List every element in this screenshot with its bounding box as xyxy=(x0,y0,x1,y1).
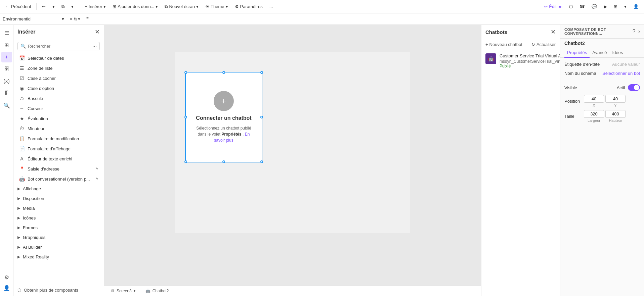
canvas-area[interactable]: + Connecter un chatbot Sélectionnez un c… xyxy=(104,25,481,296)
refresh-chatbots-button[interactable]: ↻ Actualiser xyxy=(531,42,556,47)
preview-badge: ⚑ xyxy=(95,167,98,171)
group-graphiques[interactable]: ▶ Graphiques xyxy=(13,233,104,242)
theme-button[interactable]: ☀ Theme ▾ xyxy=(203,3,230,10)
group-affichage[interactable]: ▶ Affichage xyxy=(13,184,104,194)
list-item[interactable]: 📍 Saisie d'adresse ⚑ xyxy=(13,164,104,174)
handle-middle-left[interactable] xyxy=(184,116,187,118)
back-icon: ← xyxy=(5,4,10,9)
play-button[interactable]: ▶ xyxy=(601,3,610,10)
search-input[interactable] xyxy=(28,44,90,49)
prop-largeur-input[interactable] xyxy=(584,110,604,118)
sidebar-item-settings[interactable]: ⚙ xyxy=(1,272,12,283)
expand-icon[interactable]: › xyxy=(638,29,640,35)
screen-tab-chatbot2[interactable]: 🤖 Chatbot2 xyxy=(142,287,173,295)
params-button[interactable]: ⚙ Paramètres xyxy=(232,3,265,10)
list-item[interactable]: ⏱ Minuteur xyxy=(13,124,104,134)
insert-button[interactable]: + Insérer ▾ xyxy=(82,3,109,10)
search-box[interactable]: 🔍 ⋯ xyxy=(17,42,100,50)
tab-avance[interactable]: Avancé xyxy=(590,48,609,58)
params-label: Paramètres xyxy=(240,4,263,9)
checkbox-icon: ☑ xyxy=(19,75,25,81)
list-item[interactable]: ☰ Zone de liste xyxy=(13,63,104,73)
new-screen-button[interactable]: ⧉ Nouvel écran ▾ xyxy=(162,3,201,11)
list-item[interactable]: ★ Évaluation xyxy=(13,113,104,124)
insert-panel-close-button[interactable]: ✕ xyxy=(95,28,100,36)
prop-pos-x-input[interactable] xyxy=(584,95,604,103)
formula-input[interactable] xyxy=(83,16,644,21)
list-item[interactable]: ☑ Case à cocher xyxy=(13,73,104,83)
formula-bar: Environmentid ▾ = fx ▾ xyxy=(0,13,644,25)
prop-header-actions: ? › xyxy=(633,29,640,35)
sidebar-item-variables[interactable]: (x) xyxy=(1,76,12,87)
share-button[interactable]: ⬡ xyxy=(566,3,575,10)
list-item[interactable]: ◉ Case d'option xyxy=(13,83,104,93)
grid-button[interactable]: ⊞ xyxy=(611,3,620,10)
panel-footer[interactable]: ⬡ Obtenir plus de composants xyxy=(13,284,104,296)
back-button[interactable]: ← Précédent xyxy=(3,3,34,10)
group-disposition[interactable]: ▶ Disposition xyxy=(13,194,104,203)
insert-panel-title: Insérer xyxy=(17,29,35,35)
chevron-down-icon-6: ▾ xyxy=(226,4,228,9)
group-media[interactable]: ▶ Média xyxy=(13,203,104,213)
group-ai-builder[interactable]: ▶ AI Builder xyxy=(13,242,104,252)
edition-label: Édition xyxy=(549,4,562,9)
list-item[interactable]: 🤖 Bot conversationnel (version p... ⚑ xyxy=(13,174,104,184)
handle-middle-right[interactable] xyxy=(260,116,263,118)
fx-button[interactable]: fx ▾ xyxy=(74,16,80,21)
help-icon[interactable]: ? xyxy=(633,29,636,35)
prop-toggle[interactable] xyxy=(628,84,640,91)
list-item[interactable]: ← Curseur xyxy=(13,103,104,113)
more-button[interactable]: ... xyxy=(267,3,276,10)
chatbots-close-button[interactable]: ✕ xyxy=(551,28,556,36)
copy-dropdown-button[interactable]: ▾ xyxy=(69,3,76,10)
prop-divider xyxy=(564,80,640,80)
group-formes[interactable]: ▶ Formes xyxy=(13,223,104,233)
list-item[interactable]: 📄 Formulaire d'affichage xyxy=(13,144,104,154)
sidebar-item-data[interactable]: 🗄 xyxy=(1,64,12,75)
sidebar-item-search[interactable]: 🔍 xyxy=(1,100,12,111)
plus-icon: + xyxy=(85,4,87,9)
display-form-icon: 📄 xyxy=(19,146,25,152)
radio-icon: ◉ xyxy=(19,85,25,91)
list-item[interactable]: A Éditeur de texte enrichi xyxy=(13,154,104,164)
list-item[interactable]: ⬭ Bascule xyxy=(13,93,104,103)
tab-proprietes[interactable]: Propriétés xyxy=(564,48,590,58)
prop-pos-y-input[interactable] xyxy=(605,95,626,103)
add-data-button[interactable]: ⊞ Ajouter des donn... ▾ xyxy=(110,3,161,10)
undo-dropdown-button[interactable]: ▾ xyxy=(50,3,57,10)
search-options-icon[interactable]: ⋯ xyxy=(92,44,97,49)
sidebar-item-insert[interactable]: + xyxy=(1,52,12,62)
screen-tab-screen3[interactable]: 🖥 Screen3 ▾ xyxy=(107,287,139,295)
list-item[interactable]: 📅 Sélecteur de dates xyxy=(13,53,104,63)
play-icon: ▶ xyxy=(604,4,607,9)
prop-row-nom-schema: Nom du schéma Sélectionner un bot xyxy=(564,71,640,76)
handle-top-left[interactable] xyxy=(184,71,187,74)
sidebar-item-menu[interactable]: ☰ xyxy=(1,28,12,38)
group-icones[interactable]: ▶ Icônes xyxy=(13,213,104,223)
prop-hauteur-input[interactable] xyxy=(605,110,626,118)
chatbot-list-item[interactable]: 🤖 Customer Service Trial Virtual Agent m… xyxy=(481,50,560,72)
chatbot-desc: Sélectionnez un chatbot publié dans le v… xyxy=(192,125,255,143)
sidebar-item-controls[interactable]: 🎛 xyxy=(1,88,12,99)
handle-top-right[interactable] xyxy=(260,71,263,74)
handle-bottom-center[interactable] xyxy=(222,160,225,163)
formula-name-box[interactable]: Environmentid ▾ xyxy=(0,13,67,24)
sidebar-item-layers[interactable]: ⊞ xyxy=(1,40,12,50)
remote-button[interactable]: ☎ xyxy=(577,3,588,10)
chatbot-widget[interactable]: + Connecter un chatbot Sélectionnez un c… xyxy=(185,72,262,162)
tab-idees[interactable]: Idées xyxy=(609,48,626,58)
edition-button[interactable]: ✏ Édition xyxy=(541,3,565,10)
copy-button[interactable]: ⧉ xyxy=(59,3,67,11)
prop-nom-schema-value[interactable]: Sélectionner un bot xyxy=(602,71,640,76)
sidebar-item-account[interactable]: 👤 xyxy=(1,283,12,293)
list-item[interactable]: 📋 Formulaire de modification xyxy=(13,134,104,144)
handle-top-center[interactable] xyxy=(222,71,225,74)
group-mixed-reality[interactable]: ▶ Mixed Reality xyxy=(13,252,104,262)
comment-button[interactable]: 💬 xyxy=(589,3,600,10)
grid-dropdown-button[interactable]: ▾ xyxy=(621,3,629,10)
handle-bottom-left[interactable] xyxy=(184,160,187,163)
handle-bottom-right[interactable] xyxy=(260,160,263,163)
new-chatbot-button[interactable]: + Nouveau chatbot xyxy=(485,42,522,47)
account-button[interactable]: 👤 xyxy=(631,3,641,10)
undo-button[interactable]: ↩ xyxy=(39,3,48,10)
